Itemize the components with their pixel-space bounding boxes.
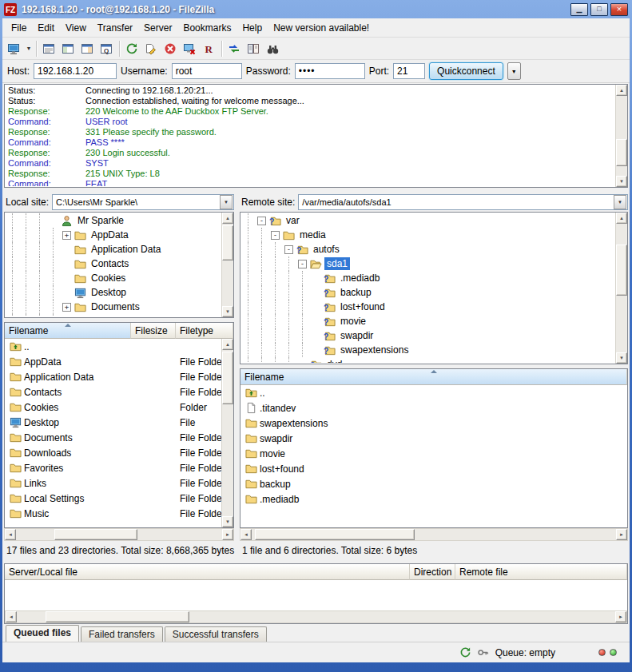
tree-item-cookies[interactable]: Cookies	[6, 271, 221, 285]
tree-item-swapdir[interactable]: ?swapdir	[241, 328, 614, 343]
find-files-button[interactable]	[264, 39, 283, 58]
column-header-filename[interactable]: Filename	[240, 369, 627, 385]
key-icon[interactable]	[476, 646, 491, 659]
collapse-toggle-icon[interactable]: -	[298, 260, 307, 268]
scroll-down-icon[interactable]: ▼	[222, 306, 233, 317]
tree-item-dvd[interactable]: ?dvd	[241, 357, 614, 363]
remote-site-combo[interactable]: /var/media/autofs/sda1 ▼	[298, 194, 628, 210]
tree-item-documents[interactable]: +Documents	[6, 300, 221, 314]
chevron-down-icon[interactable]: ▼	[614, 195, 626, 209]
scroll-down-icon[interactable]: ▼	[616, 352, 627, 364]
menu-edit[interactable]: Edit	[32, 20, 60, 36]
file-row-documents[interactable]: DocumentsFile Folder	[5, 430, 233, 445]
tree-item-contacts[interactable]: Contacts	[6, 256, 221, 271]
file-row-downloads[interactable]: DownloadsFile Folder	[5, 445, 233, 460]
expand-toggle-icon[interactable]: +	[62, 231, 71, 240]
site-manager-button[interactable]	[5, 39, 24, 58]
menu-new-version-available[interactable]: New version available!	[268, 20, 375, 36]
collapse-toggle-icon[interactable]: -	[257, 217, 266, 225]
column-header-filetype[interactable]: Filetype	[176, 323, 233, 339]
scroll-up-icon[interactable]: ▲	[222, 213, 233, 224]
cancel-operation-button[interactable]	[161, 39, 181, 58]
password-input[interactable]	[295, 63, 365, 79]
close-button[interactable]: ×	[610, 3, 628, 16]
menu-bookmarks[interactable]: Bookmarks	[177, 20, 237, 36]
quickconnect-dropdown[interactable]: ▼	[507, 62, 521, 80]
file-row-contacts[interactable]: ContactsFile Folder	[5, 384, 233, 400]
scrollbar-thumb[interactable]	[54, 529, 137, 540]
remote-tree-scrollbar[interactable]: ▲ ▼	[615, 213, 627, 364]
refresh-button[interactable]	[123, 39, 142, 58]
scroll-right-icon[interactable]: ►	[616, 529, 627, 540]
menu-file[interactable]: File	[6, 20, 32, 36]
scrollbar-thumb[interactable]	[46, 611, 189, 622]
file-row-music[interactable]: MusicFile Folder	[5, 506, 233, 521]
column-header-server-local-file[interactable]: Server/Local file	[5, 564, 410, 580]
tree-item-autofs[interactable]: -?autofs	[241, 242, 614, 256]
tree-item-downloads[interactable]: +Downloads	[6, 314, 221, 316]
tree-item-swapextensions[interactable]: ?swapextensions	[241, 343, 614, 357]
toggle-queue-button[interactable]: Q	[97, 39, 117, 58]
tab-failed-transfers[interactable]: Failed transfers	[81, 626, 163, 642]
tab-successful-transfers[interactable]: Successful transfers	[165, 626, 267, 642]
scroll-left-icon[interactable]: ◄	[6, 611, 17, 622]
remote-list-hscrollbar[interactable]: ◄ ►	[240, 528, 628, 541]
scrollbar-thumb[interactable]	[255, 529, 415, 540]
file-row-application-data[interactable]: Application DataFile Folder	[5, 369, 233, 384]
file-row-parent-dir[interactable]: ..	[5, 339, 233, 354]
menu-server[interactable]: Server	[138, 20, 177, 36]
toggle-message-log-button[interactable]	[40, 39, 59, 58]
menu-transfer[interactable]: Transfer	[92, 20, 138, 36]
menu-help[interactable]: Help	[237, 20, 268, 36]
synchronized-browsing-button[interactable]	[225, 39, 244, 58]
column-header-filename[interactable]: Filename	[5, 323, 131, 339]
column-header-remote-file[interactable]: Remote file	[455, 564, 627, 580]
chevron-down-icon[interactable]: ▼	[220, 195, 233, 209]
toggle-local-tree-button[interactable]	[59, 39, 78, 58]
file-row-movie[interactable]: movie	[240, 446, 627, 461]
scrollbar-thumb[interactable]	[616, 139, 627, 166]
username-input[interactable]	[172, 63, 242, 79]
scroll-right-icon[interactable]: ►	[222, 529, 233, 540]
file-row-lost-found[interactable]: lost+found	[240, 461, 627, 476]
tree-item-lost-found[interactable]: ?lost+found	[241, 300, 614, 314]
collapse-toggle-icon[interactable]: -	[271, 231, 280, 240]
column-header-filesize[interactable]: Filesize	[131, 323, 176, 339]
scroll-up-icon[interactable]: ▲	[616, 85, 627, 96]
expand-toggle-icon[interactable]: +	[62, 303, 71, 312]
tree-item-mr-sparkle[interactable]: Mr Sparkle	[6, 213, 221, 228]
quickconnect-button[interactable]: Quickconnect	[429, 62, 503, 80]
file-row-links[interactable]: LinksFile Folder	[5, 475, 233, 491]
sync-arrows-icon[interactable]	[459, 646, 473, 659]
scroll-left-icon[interactable]: ◄	[240, 529, 252, 540]
log-scrollbar[interactable]: ▲ ▼	[615, 85, 627, 187]
tree-item-appdata[interactable]: +AppData	[6, 228, 221, 242]
reconnect-button[interactable]: R	[200, 39, 219, 58]
site-manager-dropdown[interactable]: ▼	[24, 39, 34, 58]
file-row-swapdir[interactable]: swapdir	[240, 431, 627, 446]
local-list-scrollbar[interactable]: ▲ ▼	[221, 339, 233, 527]
file-row-cookies[interactable]: CookiesFolder	[5, 400, 233, 415]
tree-item-var[interactable]: -?var	[241, 213, 614, 228]
port-input[interactable]	[393, 63, 425, 79]
local-tree-scrollbar[interactable]: ▲ ▼	[221, 213, 233, 317]
maximize-button[interactable]: □	[590, 3, 608, 16]
disconnect-button[interactable]	[181, 39, 200, 58]
local-site-combo[interactable]: C:\Users\Mr Sparkle\ ▼	[52, 194, 234, 210]
toggle-remote-tree-button[interactable]	[78, 39, 97, 58]
local-list-hscrollbar[interactable]: ◄ ►	[4, 528, 234, 541]
file-row-local-settings[interactable]: Local SettingsFile Folder	[5, 491, 233, 506]
file-row-mediadb[interactable]: .mediadb	[240, 491, 627, 507]
file-row-desktop[interactable]: DesktopFile	[5, 415, 233, 430]
file-row-appdata[interactable]: AppDataFile Folder	[5, 354, 233, 369]
menu-view[interactable]: View	[60, 20, 92, 36]
tree-item-application-data[interactable]: Application Data	[6, 242, 221, 256]
tree-item-desktop[interactable]: Desktop	[6, 285, 221, 300]
file-row-backup[interactable]: backup	[240, 476, 627, 491]
scroll-down-icon[interactable]: ▼	[222, 516, 233, 527]
tree-item-backup[interactable]: ?backup	[241, 285, 614, 300]
tab-queued-files[interactable]: Queued files	[6, 625, 79, 642]
tree-item-mediadb[interactable]: ?.mediadb	[241, 271, 614, 285]
process-queue-button[interactable]	[142, 39, 161, 58]
host-input[interactable]	[34, 63, 117, 79]
